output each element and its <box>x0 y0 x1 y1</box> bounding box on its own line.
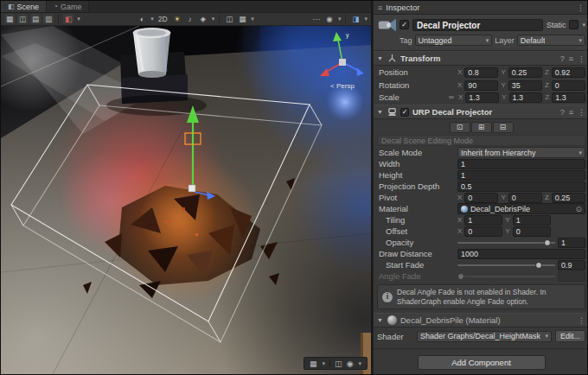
debug-dropdown-icon[interactable]: ▾ <box>77 16 80 22</box>
opacity-slider[interactable] <box>457 238 555 248</box>
pivot-x-field[interactable]: 0 <box>464 193 498 203</box>
lighting-toggle-icon[interactable]: ☀ <box>172 14 182 24</box>
foldout-icon[interactable]: ▼ <box>377 55 384 61</box>
projection-depth-field[interactable]: 0.5 <box>457 181 585 192</box>
rotation-x-field[interactable]: 90 <box>464 80 498 91</box>
draw-distance-field[interactable]: 1000 <box>457 249 585 259</box>
scale-z-field[interactable]: 1.3 <box>552 92 585 103</box>
audio-toggle-icon[interactable]: ♪ <box>185 14 195 24</box>
position-label[interactable]: Position <box>379 67 455 77</box>
grid-visibility-icon[interactable]: ▦ <box>237 14 247 24</box>
preset-icon[interactable]: ≡ <box>569 54 573 63</box>
start-fade-field[interactable]: 0.9 <box>558 260 585 270</box>
position-x-field[interactable]: 0.8 <box>464 67 498 78</box>
tiling-y-field[interactable]: 1 <box>513 215 551 226</box>
opacity-field[interactable]: 1 <box>558 238 585 248</box>
offset-y-field[interactable]: 0 <box>513 226 551 237</box>
hidden-objects-icon[interactable]: ◫ <box>224 14 234 24</box>
material-object-field[interactable]: Decal_DebrisPile ⊙ <box>457 203 585 214</box>
layer-dropdown[interactable]: Default ▾ <box>517 35 585 46</box>
help-icon[interactable]: ? <box>560 54 565 63</box>
tag-dropdown[interactable]: Untagged ▾ <box>415 35 493 46</box>
x-axis-label: X <box>457 68 462 76</box>
position-row: Position X0.8 Y0.25 Z0.92 <box>374 66 588 79</box>
layers-icon[interactable]: ▤ <box>30 14 41 24</box>
shading-dropdown-icon[interactable]: ▾ <box>150 16 154 22</box>
tag-value: Untagged <box>419 36 452 45</box>
context-menu-icon[interactable]: ⋮ <box>578 108 585 117</box>
tiling-label: Tiling <box>386 215 455 225</box>
overlay-grid-icon[interactable]: ▦ <box>4 14 15 24</box>
rotation-z-field[interactable]: 0 <box>552 80 585 91</box>
preset-icon[interactable]: ≡ <box>569 108 573 117</box>
effects-dropdown-icon[interactable]: ▾ <box>212 16 215 22</box>
shader-label: Shader <box>377 332 413 341</box>
context-menu-icon[interactable]: ⋮ <box>578 316 585 325</box>
x-axis-label: X <box>457 216 462 224</box>
scene-3d-viewport[interactable]: y < Persp <box>1 26 371 374</box>
static-checkbox[interactable] <box>569 20 578 29</box>
decal-crop-tool-button[interactable]: ⊞ <box>471 122 492 133</box>
decal-projector-header[interactable]: ▼ ✓ URP Decal Projector ? ≡ ⋮ <box>374 105 588 119</box>
decal-pivot-tool-button[interactable]: ⊟ <box>493 122 514 133</box>
shader-edit-button[interactable]: Edit... <box>555 330 585 342</box>
tab-game[interactable]: ◔ Game <box>47 1 89 12</box>
chevron-down-icon: ▾ <box>486 37 489 44</box>
foldout-icon[interactable]: ▼ <box>377 109 384 115</box>
shading-mode-icon[interactable]: ◐ <box>137 14 147 24</box>
pivot-y-field[interactable]: 0 <box>508 193 542 203</box>
persp-label[interactable]: < Persp <box>330 82 355 90</box>
position-y-field[interactable]: 0.25 <box>508 67 542 78</box>
rotation-label[interactable]: Rotation <box>379 80 455 90</box>
component-enabled-checkbox[interactable]: ✓ <box>400 108 409 117</box>
shader-dropdown[interactable]: Shader Graphs/Decal_HeightMask ▾ <box>417 331 552 342</box>
help-icon[interactable]: ? <box>560 108 565 117</box>
start-fade-slider[interactable] <box>457 260 555 270</box>
toggle-2d-button[interactable]: 2D <box>157 14 169 24</box>
scale-y-field[interactable]: 1.3 <box>509 92 543 103</box>
tab-scene[interactable]: ◧ Scene <box>1 1 47 12</box>
more-tools-icon[interactable]: ⋯ <box>310 14 322 24</box>
scale-mode-dropdown[interactable]: Inherit from Hierarchy ▾ <box>457 147 585 158</box>
pivot-z-field[interactable]: 0.25 <box>552 193 585 203</box>
overlay-gizmo-icon[interactable]: ◉ <box>347 359 354 368</box>
height-field[interactable]: 1 <box>457 170 585 181</box>
gameobject-name-field[interactable]: Decal Projector <box>412 19 543 31</box>
width-field[interactable]: 1 <box>457 159 585 169</box>
material-row: Material Decal_DebrisPile ⊙ <box>374 203 588 214</box>
overlay-dropdown-icon[interactable]: ▾ <box>358 360 361 367</box>
gizmos-toggle-icon[interactable]: ◉ <box>324 14 335 24</box>
static-dropdown-icon[interactable]: ▾ <box>582 22 585 29</box>
inspector-tab[interactable]: ≡ Inspector ⋮ <box>374 1 588 15</box>
scale-x-field[interactable]: 1.3 <box>465 92 499 103</box>
transform-header[interactable]: ▼ Transform ? ≡ ⋮ <box>374 51 588 66</box>
rows-icon[interactable]: ▥ <box>43 14 54 24</box>
x-axis-label: X <box>457 194 462 201</box>
inspector-title: Inspector <box>386 3 419 12</box>
material-section-header[interactable]: ▼ Decal_DebrisPile (Material) ⋮ <box>374 313 588 327</box>
effects-icon[interactable]: ◈ <box>198 14 208 24</box>
position-z-field[interactable]: 0.92 <box>552 67 585 78</box>
add-component-button[interactable]: Add Component <box>418 355 546 370</box>
overlay-panels-icon[interactable]: ◫ <box>335 359 342 368</box>
gizmos-dropdown-icon[interactable]: ▾ <box>338 16 342 22</box>
scale-label[interactable]: Scale <box>379 92 446 102</box>
grid-dropdown-icon[interactable]: ▾ <box>251 16 254 22</box>
context-menu-icon[interactable]: ⋮ <box>578 54 585 63</box>
scale-link-icon[interactable]: ∞ <box>449 93 456 101</box>
camera-settings-icon[interactable]: ◨ <box>350 14 361 24</box>
snap-grid-dropdown-icon[interactable]: ▾ <box>323 360 326 367</box>
tiling-x-field[interactable]: 1 <box>464 215 502 226</box>
camera-dropdown-icon[interactable]: ▾ <box>364 16 368 22</box>
offset-x-field[interactable]: 0 <box>464 226 502 237</box>
decal-scale-tool-button[interactable]: ⊡ <box>450 122 470 133</box>
foldout-icon[interactable]: ▼ <box>377 317 384 323</box>
inspector-menu-icon[interactable]: ⋮ <box>577 3 585 12</box>
gameobject-enabled-checkbox[interactable]: ✓ <box>399 20 409 29</box>
z-axis-label: Z <box>545 93 549 101</box>
panels-icon[interactable]: ◫ <box>17 14 28 24</box>
object-picker-icon[interactable]: ⊙ <box>575 205 582 213</box>
rotation-y-field[interactable]: 35 <box>508 80 542 91</box>
debug-paint-icon[interactable]: ◧ <box>63 14 74 24</box>
snap-grid-icon[interactable]: ▦ <box>310 359 317 368</box>
